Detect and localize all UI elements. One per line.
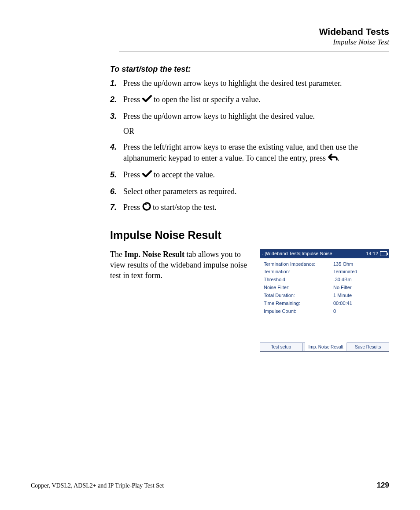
result-label: Threshold: [264,276,333,283]
step-body: Press the up/down arrow keys to highligh… [123,111,389,137]
header-rule [119,51,389,51]
result-label: Time Remaining: [264,300,333,307]
tab-imp-noise-result[interactable]: Imp. Noise Result [305,342,347,352]
header-title: Wideband Tests [119,26,389,37]
device-screenshot: ..|Wideband Tests|Impulse Noise 14:12 Te… [260,249,389,352]
step-text-post: . [338,154,340,162]
step-number: 4. [110,142,123,164]
device-status: 14:12 [366,250,387,257]
para-pre: The [110,250,124,259]
back-arrow-icon [328,153,338,163]
step-text-post: to start/stop the test. [151,203,217,212]
step-text-post: to open the list or specify a value. [152,95,261,104]
instructions-title: To start/stop the test: [110,64,389,74]
step-5: 5. Press to accept the value. [110,169,389,181]
result-value: No Filter [333,284,352,291]
section-heading: Impulse Noise Result [110,228,389,243]
para-bold: Imp. Noise Result [124,250,184,259]
result-row: Threshold:-30 dBm [264,276,385,283]
section-paragraph: The Imp. Noise Result tab allows you to … [110,249,252,281]
page-header: Wideband Tests Impulse Noise Test [119,26,389,51]
step-body: Press to open the list or specify a valu… [123,94,389,106]
device-clock: 14:12 [366,250,378,257]
step-body: Press the left/right arrow keys to erase… [123,142,389,164]
result-value: Terminated [333,268,357,275]
step-number: 1. [110,78,123,88]
result-row: Impulse Count:0 [264,308,385,315]
tab-save-results[interactable]: Save Results [347,343,389,352]
check-icon [142,94,152,105]
result-value: 135 Ohm [333,261,353,268]
step-text-pre: Press the left/right arrow keys to erase… [123,143,358,162]
step-4: 4. Press the left/right arrow keys to er… [110,142,389,164]
device-breadcrumb: ..|Wideband Tests|Impulse Noise [262,250,332,257]
step-body: Select other parameters as required. [123,186,389,197]
step-body: Press the up/down arrow keys to highligh… [123,78,389,88]
step-number: 6. [110,186,123,197]
step-text-pre: Press [123,95,142,104]
result-value: 00:00:41 [333,300,352,307]
cycle-arrow-icon [142,202,151,213]
header-subtitle: Impulse Noise Test [119,38,389,47]
result-row: Termination:Terminated [264,268,385,275]
step-number: 3. [110,111,123,137]
result-row: Termination Impedance:135 Ohm [264,261,385,268]
check-icon [142,169,152,180]
result-value: 1 Minute [333,292,352,299]
step-text-pre: Press [123,203,142,212]
battery-icon [380,251,387,256]
step-body: Press to accept the value. [123,169,389,181]
result-row: Time Remaining:00:00:41 [264,300,385,307]
step-text: Press the up/down arrow keys to highligh… [123,112,315,121]
result-row: Total Duration:1 Minute [264,292,385,299]
step-7: 7. Press to start/stop the test. [110,202,389,214]
result-value: 0 [333,308,336,315]
step-number: 5. [110,169,123,181]
step-extra: OR [123,126,389,136]
step-number: 2. [110,94,123,106]
result-label: Impulse Count: [264,308,333,315]
step-text-pre: Press [123,170,142,179]
step-1: 1. Press the up/down arrow keys to highl… [110,78,389,88]
result-label: Termination: [264,268,333,275]
device-tabs: Test setup Imp. Noise Result Save Result… [260,342,389,352]
page-footer: Copper, VDSL2, ADSL2+ and IP Triple-Play… [31,481,389,490]
step-text-post: to accept the value. [152,170,215,179]
result-label: Noise Filter: [264,284,333,291]
footer-text: Copper, VDSL2, ADSL2+ and IP Triple-Play… [31,482,164,489]
instruction-steps: 1. Press the up/down arrow keys to highl… [110,78,389,214]
step-3: 3. Press the up/down arrow keys to highl… [110,111,389,137]
step-number: 7. [110,202,123,214]
step-2: 2. Press to open the list or specify a v… [110,94,389,106]
step-body: Press to start/stop the test. [123,202,389,214]
device-body: Termination Impedance:135 Ohm Terminatio… [260,258,389,342]
result-label: Total Duration: [264,292,333,299]
tab-test-setup[interactable]: Test setup [260,343,302,352]
result-value: -30 dBm [333,276,352,283]
step-6: 6. Select other parameters as required. [110,186,389,197]
device-titlebar: ..|Wideband Tests|Impulse Noise 14:12 [260,249,389,258]
result-label: Termination Impedance: [264,261,333,268]
page-number: 129 [377,481,389,490]
result-row: Noise Filter:No Filter [264,284,385,291]
